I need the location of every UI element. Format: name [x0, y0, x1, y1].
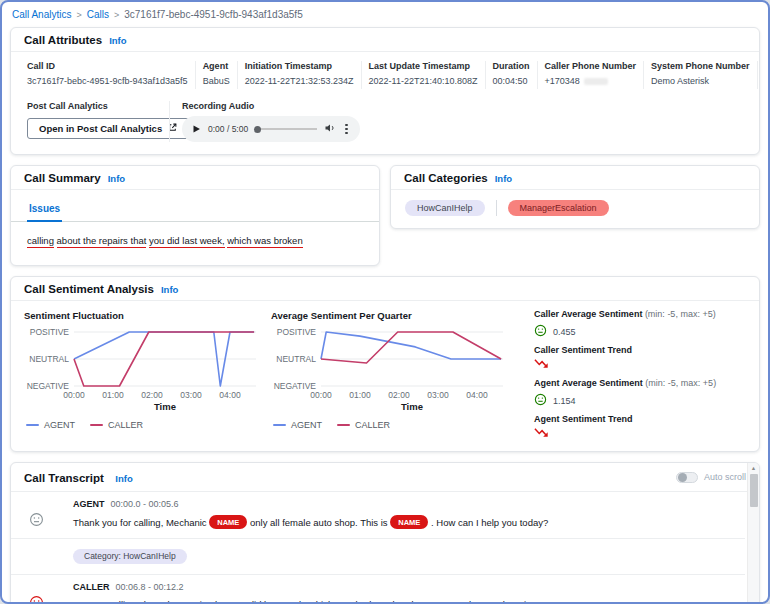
call-transcript-header: Call Transcript Info Auto scroll: [11, 463, 759, 492]
attribute-value: Demo Asterisk: [651, 76, 750, 86]
svg-text:NEUTRAL: NEUTRAL: [29, 354, 69, 364]
transcript-scrollbar[interactable]: ▲: [747, 463, 759, 604]
breadcrumb-calls[interactable]: Calls: [87, 9, 109, 20]
call-transcript-info-link[interactable]: Info: [115, 473, 132, 484]
message-text-segment: only all female auto shop. This is: [247, 517, 390, 528]
message-text-segment: Thank you for calling, Mechanic: [73, 517, 209, 528]
svg-text:03:00: 03:00: [427, 390, 449, 400]
sentiment-title: Call Sentiment Analysis: [24, 283, 154, 295]
legend-item-agent: AGENT: [273, 420, 322, 430]
post-call-analytics-section: Post Call Analytics Open in Post Call An…: [17, 101, 169, 142]
audio-time: 0:00 / 5:00: [208, 124, 248, 134]
caller-sentiment-trend-label: Caller Sentiment Trend: [534, 345, 716, 355]
legend-dash: [337, 424, 350, 426]
volume-icon[interactable]: [324, 120, 336, 138]
message-timestamps: 00:00.0 - 00:05.6: [111, 499, 179, 509]
play-icon[interactable]: [192, 120, 201, 138]
audio-seek-slider[interactable]: [255, 128, 317, 130]
svg-text:04:00: 04:00: [219, 390, 241, 400]
audio-player[interactable]: 0:00 / 5:00: [182, 116, 360, 142]
panel-call-attributes: Call Attributes Info Call ID3c7161f7-beb…: [10, 27, 760, 155]
message-text-segment: you did last week,: [231, 599, 307, 604]
attribute-duration: Duration00:04:50: [485, 61, 537, 89]
attribute-system-phone-number: System Phone NumberDemo Asterisk: [643, 61, 757, 89]
svg-text:02:00: 02:00: [388, 390, 410, 400]
chart-title: Average Sentiment Per Quarter: [271, 310, 518, 321]
svg-text:POSITIVE: POSITIVE: [30, 327, 70, 337]
audio-seek-knob[interactable]: [254, 126, 261, 133]
post-call-analytics-label: Post Call Analytics: [27, 101, 159, 111]
svg-text:Time: Time: [154, 401, 176, 412]
message-timestamps: 00:06.8 - 00:12.2: [116, 582, 184, 592]
breadcrumb-call-id: 3c7161f7-bebc-4951-9cfb-943af1d3a5f5: [124, 9, 302, 20]
attribute-last-update-timestamp: Last Update Timestamp2022-11-22T21:40:10…: [361, 61, 485, 89]
call-summary-text: calling about the repairs that you did l…: [11, 222, 379, 259]
svg-text:02:00: 02:00: [141, 390, 163, 400]
redacted-phone-digits: [584, 78, 608, 85]
svg-text:Time: Time: [401, 401, 423, 412]
message-text-segment: Yes, I'm: [73, 599, 109, 604]
agent-average-sentiment-label: Agent Average Sentiment (min: -5, max: +…: [534, 378, 716, 388]
call-attributes-header: Call Attributes Info: [11, 28, 759, 52]
sentiment-metrics: Caller Average Sentiment (min: -5, max: …: [518, 308, 716, 446]
legend-item-caller: CALLER: [90, 420, 143, 430]
app-window: Call Analytics>Calls>3c7161f7-bebc-4951-…: [0, 0, 770, 604]
breadcrumb-separator: >: [114, 10, 119, 20]
speaker-name: CALLER: [73, 582, 110, 592]
attribute-status: StatusDone: [757, 61, 759, 89]
sentiment-body: Sentiment FluctuationPOSITIVENEUTRALNEGA…: [11, 301, 759, 451]
attribute-label: Last Update Timestamp: [369, 61, 478, 71]
summary-text-segment: about the repairs that: [57, 235, 147, 248]
sentiment-smiley-icon: [534, 393, 547, 408]
autoscroll-toggle[interactable]: [676, 472, 698, 483]
open-post-call-analytics-label: Open in Post Call Analytics: [39, 123, 162, 134]
attribute-value: 00:04:50: [493, 76, 530, 86]
sentiment-info-link[interactable]: Info: [161, 284, 178, 295]
call-categories-title: Call Categories: [404, 172, 488, 184]
scrollbar-thumb[interactable]: [750, 474, 758, 507]
call-summary-info-link[interactable]: Info: [108, 173, 125, 184]
message-content: AGENT00:00.0 - 00:05.6Thank you for call…: [73, 499, 548, 531]
transcript-list: AGENT00:00.0 - 00:05.6Thank you for call…: [11, 492, 759, 604]
audio-menu-kebab-icon[interactable]: [343, 122, 350, 137]
panel-call-sentiment-analysis: Call Sentiment Analysis Info Sentiment F…: [10, 276, 760, 452]
svg-text:00:00: 00:00: [63, 390, 85, 400]
chart-title: Sentiment Fluctuation: [24, 310, 271, 321]
tag-divider: [496, 200, 497, 216]
attribute-label: System Phone Number: [651, 61, 750, 71]
autoscroll-toggle-knob[interactable]: [678, 473, 687, 482]
agent-sentiment-trend-label: Agent Sentiment Trend: [534, 414, 716, 424]
sentiment-value-number: 0.455: [553, 327, 576, 337]
caller-average-sentiment-value: 0.455: [534, 324, 716, 339]
call-attributes-info-link[interactable]: Info: [109, 35, 126, 46]
legend-label: AGENT: [291, 420, 322, 430]
attribute-label: Caller Phone Number: [545, 61, 637, 71]
sentiment-sad-icon: [29, 595, 45, 604]
open-post-call-analytics-button[interactable]: Open in Post Call Analytics: [27, 118, 189, 139]
breadcrumb-call-analytics[interactable]: Call Analytics: [12, 9, 71, 20]
legend-dash: [273, 424, 286, 426]
summary-text-segment: calling: [27, 235, 54, 248]
panel-call-categories: Call Categories Info HowCanIHelpManagerE…: [390, 165, 760, 229]
attribute-caller-phone-number: Caller Phone Number+170348: [537, 61, 644, 89]
attribute-value: BabuS: [203, 76, 230, 86]
call-categories-tags: HowCanIHelpManagerEscalation: [391, 190, 759, 228]
speaker-line: CALLER00:06.8 - 00:12.2: [73, 582, 531, 592]
scrollbar-up-arrow[interactable]: ▲: [748, 463, 759, 473]
call-transcript-title: Call Transcript: [24, 472, 104, 484]
attribute-call-id: Call ID3c7161f7-bebc-4951-9cfb-943af1d3a…: [17, 61, 195, 89]
call-attributes-row2: Post Call Analytics Open in Post Call An…: [11, 99, 759, 154]
call-categories-info-link[interactable]: Info: [495, 173, 512, 184]
attribute-label: Duration: [493, 61, 530, 71]
transcript-message-caller: CALLER00:06.8 - 00:12.2Yes, I'm calling …: [11, 575, 745, 604]
breadcrumb-separator: >: [76, 10, 81, 20]
category-row: Category: HowCanIHelp: [11, 539, 745, 571]
sentiment-range: (min: -5, max: +5): [645, 309, 716, 319]
average-sentiment-per-quarter-chart: Average Sentiment Per QuarterPOSITIVENEU…: [271, 308, 518, 446]
autoscroll-control: Auto scroll: [676, 472, 746, 483]
legend-dash: [26, 424, 39, 426]
breadcrumb: Call Analytics>Calls>3c7161f7-bebc-4951-…: [10, 7, 760, 27]
call-attributes-title: Call Attributes: [24, 34, 102, 46]
tab-issues[interactable]: Issues: [27, 203, 62, 222]
svg-text:04:00: 04:00: [466, 390, 488, 400]
